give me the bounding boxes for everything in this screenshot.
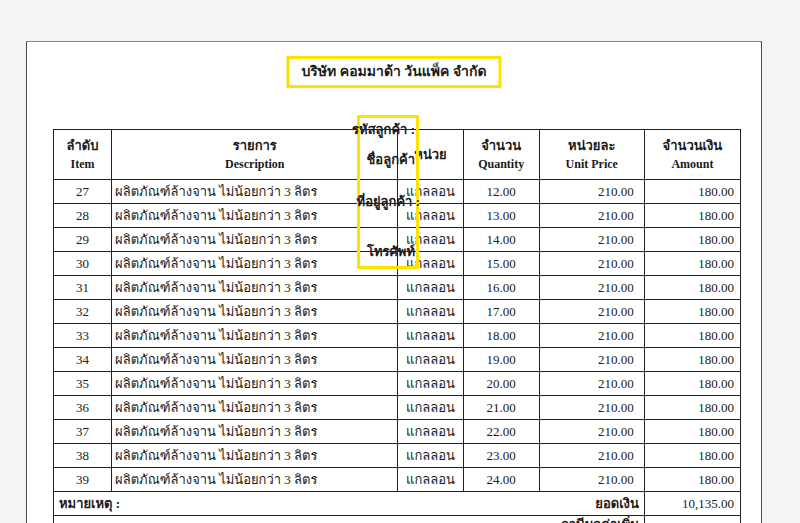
cell-unit: แกลลอน xyxy=(398,468,463,492)
cell-unit-price: 210.00 xyxy=(539,348,644,372)
table-row: 39 ผลิตภัณฑ์ล้างจาน ไม่น้อยกว่า 3 ลิตร แ… xyxy=(54,468,741,492)
total-row: หมายเหตุ : ยอดเงิน 10,135.00 xyxy=(54,492,741,516)
cell-unit: แกลลอน xyxy=(398,324,463,348)
cell-item: 33 xyxy=(54,324,112,348)
cell-item: 35 xyxy=(54,372,112,396)
cell-amount: 180.00 xyxy=(644,468,740,492)
total-label: ยอดเงิน xyxy=(595,493,639,514)
cell-item: 32 xyxy=(54,300,112,324)
cell-quantity: 20.00 xyxy=(463,372,539,396)
vat-row-partial: ภาษีมูลค่าเพิ่ม xyxy=(54,516,741,523)
cell-unit-price: 210.00 xyxy=(539,444,644,468)
cell-quantity: 12.00 xyxy=(463,180,539,204)
document-page: บริษัท คอมมาด้า วันแพ็ค จำกัด ลำดับ Item… xyxy=(26,41,762,523)
cell-description: ผลิตภัณฑ์ล้างจาน ไม่น้อยกว่า 3 ลิตร xyxy=(112,444,398,468)
customer-code-label: รหัสลูกค้า : xyxy=(352,122,415,138)
cell-unit-price: 210.00 xyxy=(539,228,644,252)
cell-amount: 180.00 xyxy=(644,396,740,420)
cell-description: ผลิตภัณฑ์ล้างจาน ไม่น้อยกว่า 3 ลิตร xyxy=(112,372,398,396)
cell-quantity: 13.00 xyxy=(463,204,539,228)
cell-unit: แกลลอน xyxy=(398,396,463,420)
cell-item: 39 xyxy=(54,468,112,492)
table-row: 38 ผลิตภัณฑ์ล้างจาน ไม่น้อยกว่า 3 ลิตร แ… xyxy=(54,444,741,468)
cell-unit-price: 210.00 xyxy=(539,396,644,420)
table-row: 32 ผลิตภัณฑ์ล้างจาน ไม่น้อยกว่า 3 ลิตร แ… xyxy=(54,300,741,324)
cell-amount: 180.00 xyxy=(644,420,740,444)
cell-item: 31 xyxy=(54,276,112,300)
cell-item: 34 xyxy=(54,348,112,372)
cell-description: ผลิตภัณฑ์ล้างจาน ไม่น้อยกว่า 3 ลิตร xyxy=(112,324,398,348)
note-and-total-cell: หมายเหตุ : ยอดเงิน xyxy=(54,492,645,516)
cell-unit: แกลลอน xyxy=(398,276,463,300)
cell-quantity: 19.00 xyxy=(463,348,539,372)
table-row: 35 ผลิตภัณฑ์ล้างจาน ไม่น้อยกว่า 3 ลิตร แ… xyxy=(54,372,741,396)
cell-description: ผลิตภัณฑ์ล้างจาน ไม่น้อยกว่า 3 ลิตร xyxy=(112,228,398,252)
cell-unit-price: 210.00 xyxy=(539,204,644,228)
cell-amount: 180.00 xyxy=(644,252,740,276)
cell-unit-price: 210.00 xyxy=(539,468,644,492)
cell-item: 38 xyxy=(54,444,112,468)
cell-quantity: 15.00 xyxy=(463,252,539,276)
cell-quantity: 18.00 xyxy=(463,324,539,348)
header-quantity: จำนวน Quantity xyxy=(463,130,539,180)
cell-unit-price: 210.00 xyxy=(539,324,644,348)
customer-phone-label: โทรศัพท์ xyxy=(367,244,415,260)
vat-amount-cell xyxy=(644,516,740,523)
company-title-highlight-box: บริษัท คอมมาด้า วันแพ็ค จำกัด xyxy=(286,56,501,88)
cell-unit: แกลลอน xyxy=(398,420,463,444)
cell-item: 30 xyxy=(54,252,112,276)
cell-description: ผลิตภัณฑ์ล้างจาน ไม่น้อยกว่า 3 ลิตร xyxy=(112,348,398,372)
cell-amount: 180.00 xyxy=(644,180,740,204)
table-row: 37 ผลิตภัณฑ์ล้างจาน ไม่น้อยกว่า 3 ลิตร แ… xyxy=(54,420,741,444)
cell-quantity: 14.00 xyxy=(463,228,539,252)
company-title: บริษัท คอมมาด้า วันแพ็ค จำกัด xyxy=(301,64,486,79)
cell-description: ผลิตภัณฑ์ล้างจาน ไม่น้อยกว่า 3 ลิตร xyxy=(112,420,398,444)
cell-item: 28 xyxy=(54,204,112,228)
customer-address-label: ที่อยู่ลูกค้า : xyxy=(357,194,420,210)
table-row: 36 ผลิตภัณฑ์ล้างจาน ไม่น้อยกว่า 3 ลิตร แ… xyxy=(54,396,741,420)
cell-amount: 180.00 xyxy=(644,372,740,396)
cell-description: ผลิตภัณฑ์ล้างจาน ไม่น้อยกว่า 3 ลิตร xyxy=(112,252,398,276)
cell-description: ผลิตภัณฑ์ล้างจาน ไม่น้อยกว่า 3 ลิตร xyxy=(112,396,398,420)
cell-unit: แกลลอน xyxy=(398,372,463,396)
cell-item: 36 xyxy=(54,396,112,420)
cell-quantity: 22.00 xyxy=(463,420,539,444)
cell-amount: 180.00 xyxy=(644,276,740,300)
cell-unit-price: 210.00 xyxy=(539,252,644,276)
cell-description: ผลิตภัณฑ์ล้างจาน ไม่น้อยกว่า 3 ลิตร xyxy=(112,276,398,300)
header-unit-price: หน่วยละ Unit Price xyxy=(539,130,644,180)
cell-quantity: 24.00 xyxy=(463,468,539,492)
table-row: 31 ผลิตภัณฑ์ล้างจาน ไม่น้อยกว่า 3 ลิตร แ… xyxy=(54,276,741,300)
cell-quantity: 23.00 xyxy=(463,444,539,468)
cell-amount: 180.00 xyxy=(644,300,740,324)
table-row: 33 ผลิตภัณฑ์ล้างจาน ไม่น้อยกว่า 3 ลิตร แ… xyxy=(54,324,741,348)
note-label: หมายเหตุ : xyxy=(59,493,120,514)
customer-name-label: ชื่อลูกค้า xyxy=(367,152,415,168)
cell-description: ผลิตภัณฑ์ล้างจาน ไม่น้อยกว่า 3 ลิตร xyxy=(112,180,398,204)
cell-unit-price: 210.00 xyxy=(539,420,644,444)
table-row: 34 ผลิตภัณฑ์ล้างจาน ไม่น้อยกว่า 3 ลิตร แ… xyxy=(54,348,741,372)
cell-unit-price: 210.00 xyxy=(539,276,644,300)
cell-unit-price: 210.00 xyxy=(539,180,644,204)
cell-unit: แกลลอน xyxy=(398,444,463,468)
cell-amount: 180.00 xyxy=(644,444,740,468)
cell-description: ผลิตภัณฑ์ล้างจาน ไม่น้อยกว่า 3 ลิตร xyxy=(112,468,398,492)
cell-description: ผลิตภัณฑ์ล้างจาน ไม่น้อยกว่า 3 ลิตร xyxy=(112,204,398,228)
cell-unit: แกลลอน xyxy=(398,300,463,324)
cell-unit-price: 210.00 xyxy=(539,372,644,396)
cell-amount: 180.00 xyxy=(644,348,740,372)
cell-quantity: 17.00 xyxy=(463,300,539,324)
cell-item: 27 xyxy=(54,180,112,204)
cell-amount: 180.00 xyxy=(644,324,740,348)
cell-quantity: 21.00 xyxy=(463,396,539,420)
cell-item: 37 xyxy=(54,420,112,444)
cell-item: 29 xyxy=(54,228,112,252)
vat-label: ภาษีมูลค่าเพิ่ม xyxy=(560,517,639,523)
header-item: ลำดับ Item xyxy=(54,130,112,180)
header-amount: จำนวนเงิน Amount xyxy=(644,130,740,180)
cell-quantity: 16.00 xyxy=(463,276,539,300)
cell-unit: แกลลอน xyxy=(398,348,463,372)
total-amount: 10,135.00 xyxy=(644,492,740,516)
cell-amount: 180.00 xyxy=(644,228,740,252)
cell-amount: 180.00 xyxy=(644,204,740,228)
